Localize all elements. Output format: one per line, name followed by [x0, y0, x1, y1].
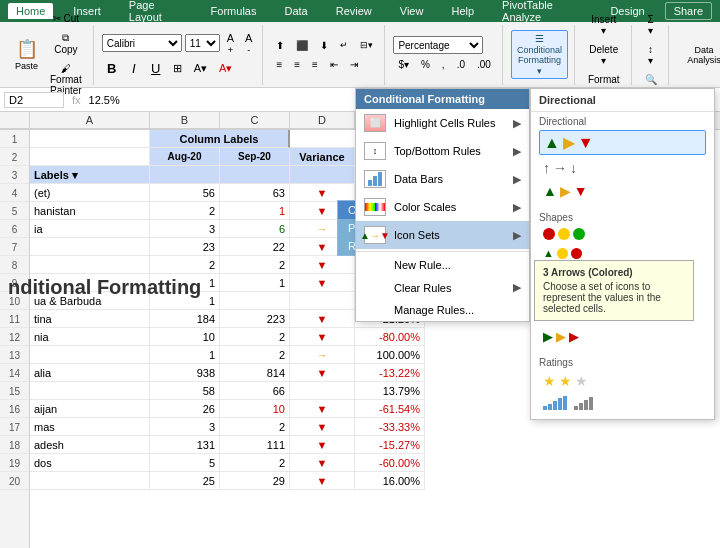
font-size-select[interactable]: 11 [185, 34, 220, 52]
cell-b18[interactable]: 131 [150, 436, 220, 454]
cell-c12[interactable]: 2 [220, 328, 290, 346]
col-c-header[interactable]: C [220, 112, 290, 129]
tab-formulas[interactable]: Formulas [203, 3, 265, 19]
cell-c15[interactable]: 66 [220, 382, 290, 400]
tab-help[interactable]: Help [443, 3, 482, 19]
merge-button[interactable]: ⊟▾ [355, 37, 378, 54]
cell-c6[interactable]: 6 [220, 220, 290, 238]
col-a-header[interactable]: A [30, 112, 150, 129]
font-name-select[interactable]: Calibri [102, 34, 182, 52]
cell-e12[interactable]: -80.00% [355, 328, 425, 346]
cell-a20[interactable] [30, 472, 150, 490]
clear-rules-item[interactable]: Clear Rules ▶ [356, 276, 529, 299]
align-left-button[interactable]: ≡ [271, 56, 287, 73]
align-top-button[interactable]: ⬆ [271, 37, 289, 54]
cell-a19[interactable]: dos [30, 454, 150, 472]
cell-b14[interactable]: 938 [150, 364, 220, 382]
cell-e19[interactable]: -60.00% [355, 454, 425, 472]
wrap-text-button[interactable]: ↵ [335, 37, 353, 54]
sum-button[interactable]: Σ ▾ [640, 11, 662, 39]
increase-font-button[interactable]: A+ [223, 31, 238, 56]
cell-a13[interactable] [30, 346, 150, 364]
paste-button[interactable]: 📋Paste [10, 35, 43, 74]
new-rule-item[interactable]: New Rule... [356, 254, 529, 276]
cell-e15[interactable]: 13.79% [355, 382, 425, 400]
cell-a5[interactable]: hanistan [30, 202, 150, 220]
cell-a2[interactable] [30, 148, 150, 166]
cell-b7[interactable]: 23 [150, 238, 220, 256]
tab-page-layout[interactable]: Page Layout [121, 0, 191, 25]
tab-share[interactable]: Share [665, 2, 712, 20]
indent-increase-button[interactable]: ⇥ [345, 56, 363, 73]
cell-e13[interactable]: 100.00% [355, 346, 425, 364]
cell-d17[interactable]: ▼ [290, 418, 355, 436]
cell-e17[interactable]: -33.33% [355, 418, 425, 436]
cell-d12[interactable]: ▼ [290, 328, 355, 346]
cell-b20[interactable]: 25 [150, 472, 220, 490]
insert-button[interactable]: Insert ▾ [583, 11, 625, 39]
color-scales-item[interactable]: Color Scales ▶ [356, 193, 529, 221]
cell-a15[interactable] [30, 382, 150, 400]
cell-c9[interactable]: 1 [220, 274, 290, 292]
cell-b4[interactable]: 56 [150, 184, 220, 202]
icon-set-row-shapes2[interactable]: ▲ [539, 245, 706, 261]
cell-b17[interactable]: 3 [150, 418, 220, 436]
cell-b2[interactable]: Aug-20Sessions [150, 148, 220, 166]
tab-pivottable[interactable]: PivotTable Analyze [494, 0, 590, 25]
cell-d13[interactable]: → [290, 346, 355, 364]
cell-d8[interactable]: ▼ [290, 256, 355, 274]
conditional-formatting-button[interactable]: ☰ Conditional Formatting▾ [511, 30, 568, 79]
cell-a6[interactable]: ia [30, 220, 150, 238]
icon-sets-item[interactable]: ▲→▼ Icon Sets ▶ [356, 221, 529, 249]
cell-c16[interactable]: 10 [220, 400, 290, 418]
cell-a18[interactable]: adesh [30, 436, 150, 454]
cell-e18[interactable]: -15.27% [355, 436, 425, 454]
highlight-cells-rules-item[interactable]: ⬜ Highlight Cells Rules ▶ [356, 109, 529, 137]
cell-d19[interactable]: ▼ [290, 454, 355, 472]
cell-c8[interactable]: 2 [220, 256, 290, 274]
col-d-header[interactable]: D [290, 112, 355, 129]
cell-c2[interactable]: Sep-20Sessions [220, 148, 290, 166]
icon-set-row-stars[interactable]: ★ ★ ★ [539, 371, 706, 391]
cell-c14[interactable]: 814 [220, 364, 290, 382]
bold-button[interactable]: B [102, 58, 122, 79]
icon-set-row-bars[interactable] [539, 394, 706, 412]
cell-c11[interactable]: 223 [220, 310, 290, 328]
cell-b13[interactable]: 1 [150, 346, 220, 364]
align-middle-button[interactable]: ⬛ [291, 37, 313, 54]
cell-e16[interactable]: -61.54% [355, 400, 425, 418]
cell-b11[interactable]: 184 [150, 310, 220, 328]
cell-c1[interactable] [290, 130, 360, 148]
cell-d14[interactable]: ▼ [290, 364, 355, 382]
cell-c19[interactable]: 2 [220, 454, 290, 472]
icon-set-row-colored-arrows[interactable]: ▲ ▶ ▼ [539, 130, 706, 155]
tab-view[interactable]: View [392, 3, 432, 19]
cell-a7[interactable] [30, 238, 150, 256]
cell-c13[interactable]: 2 [220, 346, 290, 364]
decimal-decrease-button[interactable]: .00 [472, 56, 496, 73]
cell-b19[interactable]: 5 [150, 454, 220, 472]
cell-a16[interactable]: aijan [30, 400, 150, 418]
cell-a1[interactable] [30, 130, 150, 148]
col-b-header[interactable]: B [150, 112, 220, 129]
currency-button[interactable]: $▾ [393, 56, 414, 73]
cell-a4[interactable]: (et) [30, 184, 150, 202]
cell-b15[interactable]: 58 [150, 382, 220, 400]
cell-c5[interactable]: 1 [220, 202, 290, 220]
cell-c4[interactable]: 63 [220, 184, 290, 202]
data-analysis-button[interactable]: Data Analysis [677, 42, 720, 68]
cell-d18[interactable]: ▼ [290, 436, 355, 454]
cell-d9[interactable]: ▼ [290, 274, 355, 292]
cell-e14[interactable]: -13.22% [355, 364, 425, 382]
borders-button[interactable]: ⊞ [168, 59, 187, 78]
cell-d15[interactable] [290, 382, 355, 400]
delete-button[interactable]: Delete ▾ [583, 41, 625, 69]
top-bottom-rules-item[interactable]: ↕ Top/Bottom Rules ▶ [356, 137, 529, 165]
tab-review[interactable]: Review [328, 3, 380, 19]
cell-d3[interactable] [290, 166, 355, 184]
icon-set-row-arrows2[interactable]: ▶ ▶ ▶ [539, 327, 706, 346]
cell-a17[interactable]: mas [30, 418, 150, 436]
cell-c7[interactable]: 22 [220, 238, 290, 256]
font-color-button[interactable]: A▾ [214, 59, 237, 78]
align-bottom-button[interactable]: ⬇ [315, 37, 333, 54]
